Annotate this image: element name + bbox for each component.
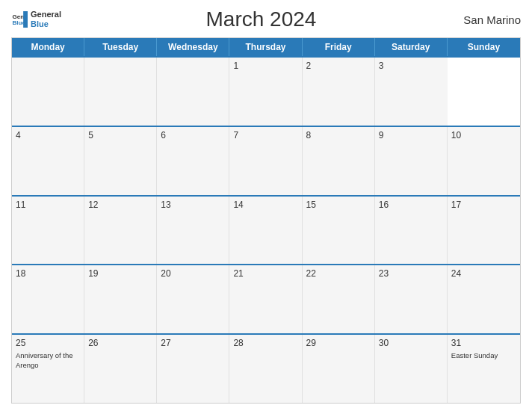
logo-line1: General	[31, 10, 61, 19]
day-number: 10	[451, 130, 516, 140]
cell-mar-4: 4	[12, 127, 84, 195]
weekday-wednesday: Wednesday	[157, 38, 229, 56]
weekday-sunday: Sunday	[448, 38, 520, 56]
logo: General Blue General Blue	[11, 10, 61, 29]
day-number: 7	[233, 130, 297, 140]
cell-mar-6: 6	[157, 127, 229, 195]
cell-mar-7: 7	[229, 127, 302, 195]
cell-mar-3: 3	[375, 58, 448, 126]
cell-mar-19: 19	[84, 265, 157, 333]
svg-marker-2	[23, 11, 28, 28]
cell-mar-1: 1	[229, 58, 302, 126]
day-number: 11	[16, 200, 80, 210]
cell-mar-12: 12	[84, 197, 157, 265]
cell-mar-21: 21	[229, 265, 302, 333]
cell-mar-18: 18	[12, 265, 84, 333]
day-number: 3	[379, 61, 444, 71]
calendar-body: 1 2 3 4 5 6	[12, 56, 520, 403]
cell-mar-27: 27	[157, 335, 229, 403]
day-number: 22	[306, 268, 371, 279]
weekday-monday: Monday	[12, 38, 84, 56]
cell-mar-10: 10	[448, 127, 520, 195]
cell-mar-26: 26	[84, 335, 157, 403]
day-number: 2	[306, 61, 371, 71]
weekday-tuesday: Tuesday	[84, 38, 157, 56]
weekday-saturday: Saturday	[375, 38, 448, 56]
day-number: 28	[233, 338, 297, 348]
cell-mar-14: 14	[229, 197, 302, 265]
day-number: 27	[161, 338, 225, 348]
calendar-row-4: 18 19 20 21 22 23 24	[12, 264, 520, 333]
cell-mar-16: 16	[375, 197, 448, 265]
calendar-row-5: 25 Anniversary of the Arengo 26 27 28 29…	[12, 333, 520, 403]
cell-mar-23: 23	[375, 265, 448, 333]
day-number: 21	[233, 268, 297, 279]
day-number: 26	[88, 338, 152, 348]
cell-mar-13: 13	[157, 197, 229, 265]
day-number: 6	[161, 130, 225, 140]
weekday-thursday: Thursday	[229, 38, 302, 56]
country-label: San Marino	[461, 13, 521, 26]
cell-mar-8: 8	[303, 127, 375, 195]
cell-mar-22: 22	[303, 265, 375, 333]
day-number: 19	[88, 268, 152, 279]
cell-mar-31: 31 Easter Sunday	[448, 335, 520, 403]
day-number: 8	[306, 130, 371, 140]
day-number: 13	[161, 200, 225, 210]
cell-mar-15: 15	[303, 197, 375, 265]
day-number: 5	[88, 130, 152, 140]
logo-line2: Blue	[31, 19, 61, 29]
cell-empty-2	[84, 58, 157, 126]
cell-mar-30: 30	[375, 335, 448, 403]
day-number: 1	[233, 61, 297, 71]
cell-empty-1	[12, 58, 84, 126]
calendar: Monday Tuesday Wednesday Thursday Friday…	[11, 37, 521, 404]
calendar-row-1: 1 2 3	[12, 56, 520, 126]
calendar-row-2: 4 5 6 7 8 9 10	[12, 126, 520, 195]
day-number: 23	[379, 268, 443, 279]
page: General Blue General Blue March 2024 San…	[0, 0, 532, 411]
event-anniversary: Anniversary of the Arengo	[16, 351, 80, 370]
cell-mar-20: 20	[157, 265, 229, 333]
day-number: 15	[306, 200, 371, 210]
event-easter: Easter Sunday	[451, 351, 516, 360]
cell-mar-9: 9	[375, 127, 448, 195]
day-number: 25	[16, 338, 80, 348]
day-number: 9	[379, 130, 443, 140]
cell-mar-5: 5	[84, 127, 157, 195]
day-number: 12	[88, 200, 152, 210]
cell-mar-24: 24	[448, 265, 520, 333]
page-title: March 2024	[61, 7, 461, 31]
day-number: 30	[379, 338, 443, 348]
cell-mar-29: 29	[303, 335, 375, 403]
cell-mar-28: 28	[229, 335, 302, 403]
cell-mar-17: 17	[448, 197, 520, 265]
weekday-friday: Friday	[303, 38, 375, 56]
day-number: 18	[16, 268, 80, 279]
cell-mar-2: 2	[303, 58, 375, 126]
day-number: 4	[16, 130, 80, 140]
day-number: 20	[161, 268, 225, 279]
day-number: 24	[451, 268, 516, 279]
cell-mar-25: 25 Anniversary of the Arengo	[12, 335, 84, 403]
day-number: 16	[379, 200, 443, 210]
day-number: 14	[233, 200, 297, 210]
calendar-header: Monday Tuesday Wednesday Thursday Friday…	[12, 38, 520, 56]
day-number: 17	[451, 200, 516, 210]
cell-empty-3	[157, 58, 229, 126]
logo-icon: General Blue	[11, 11, 28, 28]
day-number: 29	[306, 338, 371, 348]
header: General Blue General Blue March 2024 San…	[11, 7, 521, 31]
calendar-row-3: 11 12 13 14 15 16 17	[12, 195, 520, 265]
day-number: 31	[451, 338, 516, 348]
cell-mar-11: 11	[12, 197, 84, 265]
